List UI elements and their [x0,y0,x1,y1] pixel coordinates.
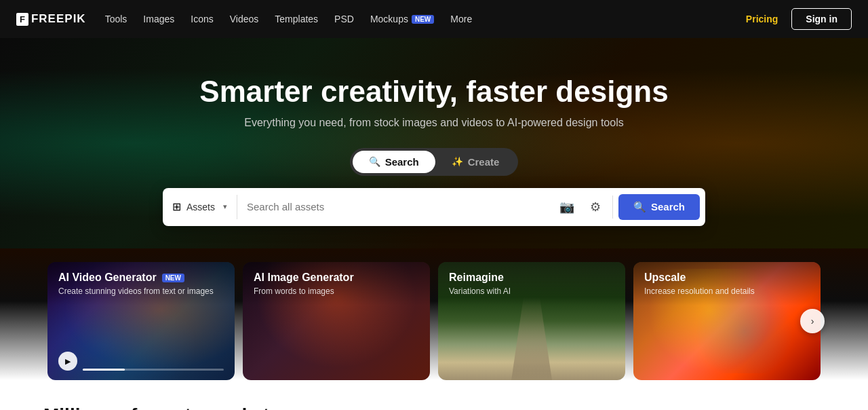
nav-mockups-label: Mockups [370,14,408,24]
card-desc: Create stunning videos from text or imag… [58,286,224,296]
card-new-badge: NEW [162,274,184,282]
carousel-next-button[interactable]: › [800,309,825,333]
ai-tools-section: AI Video Generator NEW Create stunning v… [0,248,868,380]
search-icon-group: 📷 ⚙ [550,195,613,219]
video-progress [83,369,224,371]
create-icon: ✨ [452,156,463,167]
nav-psd[interactable]: PSD [334,14,354,24]
logo-text: FREEPIK [31,12,86,26]
nav-mockups[interactable]: Mockups NEW [370,14,434,24]
card-desc: Variations with AI [449,286,614,296]
video-progress-bar [83,369,125,371]
nav-templates[interactable]: Templates [275,14,318,24]
bottom-section: Millions of assets ready to go [0,380,868,410]
card-overlay: AI Image Generator From words to images [243,262,430,305]
card-overlay: AI Video Generator NEW Create stunning v… [47,262,235,305]
search-bar: ⊞ Assets ▾ 📷 ⚙ 🔍 Search [163,188,705,226]
card-title: Upscale [644,272,810,284]
nav-videos[interactable]: Videos [230,14,259,24]
ai-card-upscale[interactable]: Upscale Increase resolution and details [633,262,821,380]
hero-section: Smarter creativity, faster designs Every… [0,38,868,248]
hero-title: Smarter creativity, faster designs [199,75,668,109]
play-button[interactable]: ▶ [58,352,77,371]
nav-mockups-badge: NEW [412,15,434,24]
bottom-title: Millions of assets ready to go [43,405,825,410]
card-desc: From words to images [254,286,419,296]
ai-card-reimagine[interactable]: Reimagine Variations with AI [438,262,625,380]
settings-icon: ⚙ [590,200,601,215]
play-icon: ▶ [65,357,71,366]
settings-button[interactable]: ⚙ [584,195,607,219]
assets-icon: ⊞ [172,200,181,213]
card-title: AI Image Generator [254,272,419,284]
ai-card-video-gen[interactable]: AI Video Generator NEW Create stunning v… [47,262,235,380]
search-icon: 🔍 [369,156,380,167]
chevron-right-icon: › [811,316,814,327]
toggle-create-button[interactable]: ✨ Create [435,151,516,173]
logo[interactable]: F FREEPIK [16,12,86,26]
nav-links: Tools Images Icons Videos Templates PSD … [105,14,727,24]
card-desc: Increase resolution and details [644,286,810,296]
navbar: F FREEPIK Tools Images Icons Videos Temp… [0,0,868,38]
nav-icons[interactable]: Icons [191,14,213,24]
chevron-down-icon: ▾ [223,202,227,211]
search-input[interactable] [237,201,550,212]
card-overlay: Reimagine Variations with AI [438,262,625,305]
logo-icon: F [16,13,28,26]
nav-more[interactable]: More [450,14,472,24]
card-title: AI Video Generator NEW [58,272,224,284]
card-title: Reimagine [449,272,614,284]
search-submit-button[interactable]: 🔍 Search [618,194,700,220]
search-btn-icon: 🔍 [633,201,646,213]
nav-right: Pricing Sign in [746,8,852,30]
signin-button[interactable]: Sign in [791,8,852,30]
nav-tools[interactable]: Tools [105,14,127,24]
search-toggle: 🔍 Search ✨ Create [350,148,519,176]
card-overlay: Upscale Increase resolution and details [633,262,821,305]
category-selector[interactable]: ⊞ Assets ▾ [163,195,237,219]
toggle-search-button[interactable]: 🔍 Search [353,151,435,173]
nav-images[interactable]: Images [143,14,174,24]
hero-subtitle: Everything you need, from stock images a… [244,117,623,129]
camera-search-button[interactable]: 📷 [555,195,578,219]
camera-icon: 📷 [559,200,574,215]
ai-card-image-gen[interactable]: AI Image Generator From words to images [243,262,430,380]
pricing-link[interactable]: Pricing [746,14,778,24]
ai-cards-row: AI Video Generator NEW Create stunning v… [0,262,868,380]
